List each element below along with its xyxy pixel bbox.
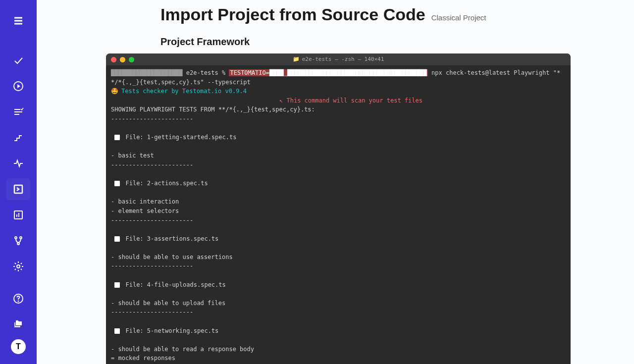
svg-point-14 bbox=[17, 243, 19, 245]
sidebar-item-import[interactable] bbox=[6, 178, 30, 200]
emoji-icon: 🤩 bbox=[111, 87, 118, 96]
terminal-output: ████████████████████ e2e-tests % TESTOMA… bbox=[106, 65, 571, 364]
main-content: Import Project from Source Code Classica… bbox=[37, 0, 634, 364]
sidebar-item-play[interactable] bbox=[6, 75, 30, 97]
terminal-test-line: - should be able to use assertions bbox=[111, 253, 566, 262]
section-title: Project Framework bbox=[160, 36, 614, 48]
terminal-test-line: - basic test bbox=[111, 151, 566, 160]
terminal-file-line: File: 3-assertions.spec.ts bbox=[111, 234, 566, 244]
sidebar-item-steps[interactable] bbox=[6, 127, 30, 149]
svg-point-12 bbox=[15, 237, 17, 239]
page-header: Import Project from Source Code Classica… bbox=[160, 5, 614, 24]
svg-marker-4 bbox=[17, 84, 20, 88]
import-icon bbox=[12, 183, 24, 195]
terminal-test-line: - should be able to read a response body bbox=[111, 345, 566, 354]
terminal-tab-title: 📁 e2e-tests — -zsh — 140×41 bbox=[293, 55, 384, 63]
page-title: Import Project from Source Code bbox=[160, 5, 425, 24]
sidebar-item-pulse[interactable] bbox=[6, 153, 30, 174]
terminal-file-line: File: 4-file-uploads.spec.ts bbox=[111, 280, 566, 290]
terminal-test-line: = mocked responses bbox=[111, 354, 566, 363]
folders-icon bbox=[12, 318, 24, 330]
sidebar: T bbox=[0, 0, 37, 364]
sidebar-item-branch[interactable] bbox=[6, 230, 30, 252]
chart-icon bbox=[12, 209, 24, 221]
sidebar-item-list[interactable] bbox=[6, 101, 30, 123]
terminal-test-line: - element selectors bbox=[111, 207, 566, 216]
svg-point-17 bbox=[18, 301, 19, 302]
terminal-window: 📁 e2e-tests — -zsh — 140×41 ████████████… bbox=[106, 53, 571, 364]
terminal-file-line: File: 5-networking.spec.ts bbox=[111, 326, 566, 336]
list-check-icon bbox=[12, 106, 24, 118]
sidebar-item-chart[interactable] bbox=[6, 204, 30, 226]
pulse-icon bbox=[12, 157, 24, 169]
svg-point-15 bbox=[17, 265, 20, 268]
terminal-file-line: File: 2-actions.spec.ts bbox=[111, 179, 566, 188]
sidebar-item-settings[interactable] bbox=[6, 256, 30, 277]
menu-button[interactable] bbox=[6, 10, 30, 32]
check-icon bbox=[12, 54, 24, 66]
page-subtitle: Classical Project bbox=[431, 13, 486, 22]
svg-point-13 bbox=[20, 237, 22, 239]
gear-icon bbox=[12, 260, 24, 272]
hamburger-icon bbox=[12, 15, 24, 27]
terminal-titlebar: 📁 e2e-tests — -zsh — 140×41 bbox=[106, 53, 571, 65]
steps-icon bbox=[12, 132, 24, 144]
sidebar-item-folders[interactable] bbox=[6, 313, 30, 335]
terminal-test-line: - basic interaction bbox=[111, 197, 566, 207]
branch-icon bbox=[12, 235, 24, 247]
folder-icon: 📁 bbox=[293, 55, 300, 63]
sidebar-item-check[interactable] bbox=[6, 50, 30, 71]
maximize-dot-icon bbox=[129, 57, 134, 62]
logo[interactable]: T bbox=[11, 339, 26, 354]
close-dot-icon bbox=[111, 57, 116, 62]
sidebar-item-help[interactable] bbox=[6, 288, 30, 310]
terminal-file-line: File: 1-getting-started.spec.ts bbox=[111, 133, 566, 142]
minimize-dot-icon bbox=[120, 57, 125, 62]
play-circle-icon bbox=[12, 80, 24, 92]
help-icon bbox=[12, 293, 24, 305]
terminal-test-line: - should be able to upload files bbox=[111, 299, 566, 308]
